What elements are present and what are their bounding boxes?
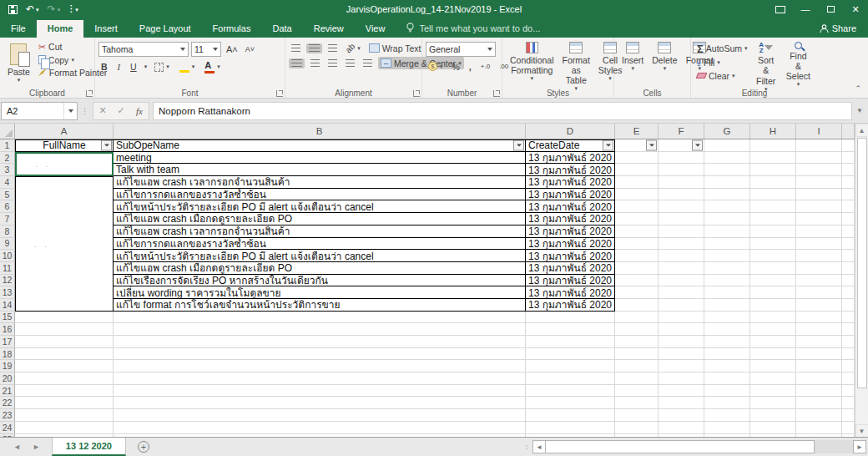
cell-I4[interactable] xyxy=(796,176,842,189)
tab-splitter-handle[interactable]: ⁞ xyxy=(526,443,527,451)
cell-G5[interactable] xyxy=(704,189,750,201)
cell-G17[interactable] xyxy=(704,336,750,348)
cell-A20[interactable] xyxy=(15,372,114,385)
cell-B15[interactable] xyxy=(114,312,526,324)
cell-I5[interactable] xyxy=(796,189,842,201)
percent-style-button[interactable]: % xyxy=(450,60,462,73)
tab-review[interactable]: Review xyxy=(303,20,355,38)
cell-x9[interactable] xyxy=(842,238,855,251)
cell-F12[interactable] xyxy=(659,275,704,287)
tab-page-layout[interactable]: Page Layout xyxy=(129,20,202,38)
name-box[interactable]: A2 xyxy=(1,102,78,120)
undo-button[interactable]: ↶▾ xyxy=(26,4,39,14)
cell-I18[interactable] xyxy=(796,348,842,361)
italic-button[interactable]: I xyxy=(115,61,124,73)
cell-E20[interactable] xyxy=(615,372,659,385)
tab-insert[interactable]: Insert xyxy=(83,20,129,38)
cell-A24[interactable] xyxy=(15,422,114,434)
row-header-22[interactable]: 22 xyxy=(0,397,15,409)
cell-E23[interactable] xyxy=(615,409,659,422)
cell-G16[interactable] xyxy=(704,323,750,336)
fill-color-button[interactable]: ▾ xyxy=(177,63,198,72)
cell-I22[interactable] xyxy=(796,397,842,409)
cell-B8[interactable]: แก้ไขแอพ crash เวลากรอกจำนวนสินค้า xyxy=(114,225,526,238)
font-dialog-launcher[interactable] xyxy=(276,90,283,97)
expand-formula-bar-button[interactable]: ▼ xyxy=(852,107,867,114)
cell-G10[interactable] xyxy=(704,250,750,262)
share-button[interactable]: Share xyxy=(808,20,868,38)
cell-B10[interactable]: แก้ไขหน้าประวัติรายละเอียด PO มี alert แ… xyxy=(114,250,526,262)
cell-E15[interactable] xyxy=(615,312,659,324)
cell-E17[interactable] xyxy=(615,336,659,348)
cell-A16[interactable] xyxy=(15,323,114,336)
restore-button[interactable] xyxy=(818,0,843,18)
row-header-7[interactable]: 7 xyxy=(0,213,15,225)
cell-E21[interactable] xyxy=(615,385,659,398)
cell-G6[interactable] xyxy=(704,200,750,213)
merged-cell-A4-A14[interactable]: . . xyxy=(15,176,114,312)
cell-x4[interactable] xyxy=(842,176,855,189)
sort-filter-button[interactable]: AZ Sort & Filter ▾ xyxy=(750,40,782,94)
ribbon-display-options-button[interactable] xyxy=(768,0,793,18)
cell-E18[interactable] xyxy=(615,348,659,361)
cell-F25[interactable] xyxy=(659,434,704,438)
sheet-tab-active[interactable]: 13 12 2020 xyxy=(52,438,126,456)
font-color-button[interactable]: A▾ xyxy=(202,59,223,74)
cell-x19[interactable] xyxy=(842,360,855,372)
cell-G20[interactable] xyxy=(704,372,750,385)
row-header-6[interactable]: 6 xyxy=(0,200,15,213)
cancel-entry-button[interactable]: ✕ xyxy=(93,105,112,116)
cell-D5[interactable]: 13 กุมภาพันธ์ 2020 xyxy=(526,189,615,201)
horizontal-scroll-track[interactable] xyxy=(815,440,853,453)
align-right-button[interactable] xyxy=(326,58,340,68)
align-center-button[interactable] xyxy=(308,58,322,68)
cell-x5[interactable] xyxy=(842,189,855,201)
cell-D8[interactable]: 13 กุมภาพันธ์ 2020 xyxy=(526,225,615,238)
number-format-combo[interactable]: General xyxy=(426,42,496,57)
cell-F13[interactable] xyxy=(659,286,704,299)
cell-E9[interactable] xyxy=(615,238,659,251)
cell-F2[interactable] xyxy=(659,152,704,165)
row-header-10[interactable]: 10 xyxy=(0,250,15,262)
cell-E4[interactable] xyxy=(615,176,659,189)
row-header-2[interactable]: 2 xyxy=(0,152,15,165)
cell-D11[interactable]: 13 กุมภาพันธ์ 2020 xyxy=(526,262,615,275)
cell-H17[interactable] xyxy=(750,336,796,348)
cell-I13[interactable] xyxy=(796,286,842,299)
cell-D10[interactable]: 13 กุมภาพันธ์ 2020 xyxy=(526,250,615,262)
redo-button[interactable]: ↷▾ xyxy=(48,4,61,14)
cell-I23[interactable] xyxy=(796,409,842,422)
grow-font-button[interactable]: A˄ xyxy=(224,43,240,56)
align-middle-button[interactable] xyxy=(306,43,322,53)
cell-I19[interactable] xyxy=(796,360,842,372)
row-header-21[interactable]: 21 xyxy=(0,385,15,398)
cell-G15[interactable] xyxy=(704,312,750,324)
cell-D7[interactable]: 13 กุมภาพันธ์ 2020 xyxy=(526,213,615,225)
cell-D22[interactable] xyxy=(526,397,615,409)
increase-indent-button[interactable] xyxy=(361,58,375,68)
autosum-button[interactable]: ΣAutoSum▾ xyxy=(694,42,750,55)
cell-E3[interactable] xyxy=(615,164,659,176)
cell-I20[interactable] xyxy=(796,372,842,385)
cell-H10[interactable] xyxy=(750,250,796,262)
cell-D16[interactable] xyxy=(526,323,615,336)
scroll-left-button[interactable]: ◄ xyxy=(532,440,546,453)
enter-entry-button[interactable]: ✓ xyxy=(112,105,130,116)
row-header-5[interactable]: 5 xyxy=(0,189,15,201)
cell-E19[interactable] xyxy=(615,360,659,372)
cell-H13[interactable] xyxy=(750,286,796,299)
row-header-23[interactable]: 23 xyxy=(0,409,15,422)
find-select-button[interactable]: Find & Select ▾ xyxy=(782,40,815,89)
cell-x16[interactable] xyxy=(842,323,855,336)
cell-I15[interactable] xyxy=(796,312,842,324)
cell-B9[interactable]: แก้ไขการกดแลกของรางวัลซ้ำซ้อน xyxy=(114,238,526,251)
cell-E12[interactable] xyxy=(615,275,659,287)
cell-H6[interactable] xyxy=(750,200,796,213)
cell-G11[interactable] xyxy=(704,262,750,275)
cell-G24[interactable] xyxy=(704,422,750,434)
cell-F10[interactable] xyxy=(659,250,704,262)
cell-F23[interactable] xyxy=(659,409,704,422)
cell-D2[interactable]: 13 กุมภาพันธ์ 2020 xyxy=(526,152,615,165)
close-button[interactable]: ✕ xyxy=(843,0,868,18)
cell-x22[interactable] xyxy=(842,397,855,409)
